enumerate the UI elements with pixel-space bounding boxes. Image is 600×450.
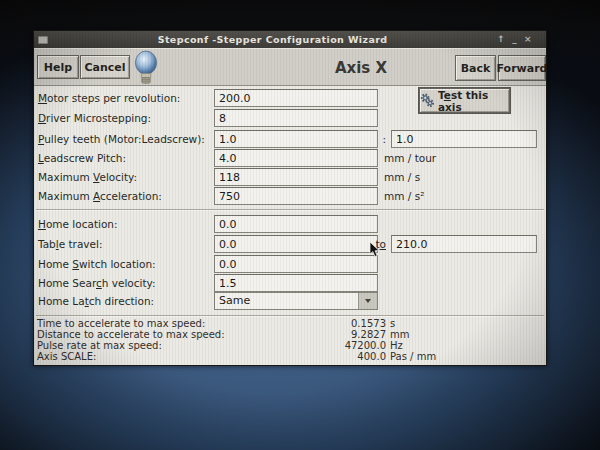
max-velocity-label: Maximum Velocity: <box>38 168 137 186</box>
summary-value: 9.2827 <box>294 329 386 340</box>
wizard-toolbar: Help Cancel Axis X <box>34 48 546 86</box>
stepconf-window: Stepconf -Stepper Configuration Wizard ↑… <box>33 30 547 366</box>
max-acceleration-unit: mm / s² <box>384 187 424 205</box>
microstepping-label: Driver Microstepping: <box>38 109 151 127</box>
window-title: Stepconf -Stepper Configuration Wizard <box>48 34 497 45</box>
section-separator <box>36 315 544 316</box>
pulley-leadscrew-input[interactable] <box>391 130 537 148</box>
row-leadscrew-pitch: Leadscrew Pitch: mm / tour <box>34 149 546 167</box>
summary-unit: s <box>390 318 395 329</box>
row-table-travel: Table travel: to <box>34 235 546 253</box>
row-home-latch: Home Latch direction: Same <box>34 292 546 310</box>
chevron-down-icon <box>365 299 371 303</box>
home-switch-label: Home Switch location: <box>38 255 156 273</box>
home-latch-label: Home Latch direction: <box>38 292 154 310</box>
lightbulb-icon <box>132 50 160 90</box>
summary-label: Axis SCALE: <box>37 351 96 362</box>
summary-label: Distance to accelerate to max speed: <box>37 329 225 340</box>
page-title: Axis X <box>301 59 421 77</box>
pulley-ratio-separator: : <box>362 130 386 148</box>
pulley-motor-input[interactable] <box>214 130 378 148</box>
home-latch-dropdown[interactable]: Same <box>214 292 378 310</box>
table-travel-label: Table travel: <box>38 235 103 253</box>
table-travel-to-label: to <box>362 235 386 253</box>
row-max-velocity: Maximum Velocity: mm / s <box>34 168 546 186</box>
back-button[interactable]: Back <box>455 55 496 81</box>
summary-value: 0.1573 <box>294 318 386 329</box>
summary-unit: Pas / mm <box>390 351 436 362</box>
home-latch-dropdown-button[interactable] <box>358 293 377 309</box>
section-separator <box>36 209 544 210</box>
window-titlebar[interactable]: Stepconf -Stepper Configuration Wizard ↑… <box>34 31 546 48</box>
max-acceleration-label: Maximum Acceleration: <box>38 187 162 205</box>
home-location-label: Home location: <box>38 215 118 233</box>
shade-icon[interactable]: ↑ <box>497 32 505 47</box>
summary-line: Axis SCALE: 400.0 Pas / mm <box>34 351 546 362</box>
pulley-teeth-label: Pulley teeth (Motor:Leadscrew): <box>38 130 205 148</box>
table-travel-to-input[interactable] <box>391 235 537 253</box>
minimize-icon[interactable]: _ <box>512 32 517 47</box>
cancel-button[interactable]: Cancel <box>80 55 130 79</box>
summary-line: Time to accelerate to max speed: 0.1573 … <box>34 318 546 329</box>
close-icon[interactable]: × <box>524 32 532 47</box>
microstepping-input[interactable] <box>214 109 378 127</box>
home-search-label: Home Search velocity: <box>38 274 156 292</box>
leadscrew-pitch-label: Leadscrew Pitch: <box>38 149 126 167</box>
home-latch-selected: Same <box>215 293 377 309</box>
row-home-switch: Home Switch location: <box>34 255 546 273</box>
summary-line: Distance to accelerate to max speed: 9.2… <box>34 329 546 340</box>
row-max-acceleration: Maximum Acceleration: mm / s² <box>34 187 546 205</box>
leadscrew-pitch-input[interactable] <box>214 149 378 167</box>
home-search-input[interactable] <box>214 274 378 292</box>
row-motor-steps: Motor steps per revolution: <box>34 89 546 107</box>
max-acceleration-input[interactable] <box>214 187 378 205</box>
summary-value: 400.0 <box>294 351 386 362</box>
home-switch-input[interactable] <box>214 255 378 273</box>
leadscrew-pitch-unit: mm / tour <box>384 149 436 167</box>
summary-unit: Hz <box>390 340 403 351</box>
summary-value: 47200.0 <box>294 340 386 351</box>
row-pulley-teeth: Pulley teeth (Motor:Leadscrew): : <box>34 130 546 148</box>
summary-label: Pulse rate at max speed: <box>37 340 162 351</box>
summary-label: Time to accelerate to max speed: <box>37 318 205 329</box>
forward-button[interactable]: Forward <box>498 55 546 81</box>
help-button[interactable]: Help <box>37 55 79 79</box>
summary-line: Pulse rate at max speed: 47200.0 Hz <box>34 340 546 351</box>
table-travel-from-input[interactable] <box>214 235 378 253</box>
window-app-icon <box>38 36 48 44</box>
screen-photo: Stepconf -Stepper Configuration Wizard ↑… <box>0 0 600 450</box>
row-home-location: Home location: <box>34 215 546 233</box>
home-location-input[interactable] <box>214 215 378 233</box>
motor-steps-input[interactable] <box>214 89 378 107</box>
row-microstepping: Driver Microstepping: <box>34 109 546 127</box>
summary-unit: mm <box>390 329 409 340</box>
motor-steps-label: Motor steps per revolution: <box>38 89 180 107</box>
max-velocity-unit: mm / s <box>384 168 420 186</box>
row-home-search: Home Search velocity: <box>34 274 546 292</box>
window-controls: ↑ _ × <box>497 32 532 47</box>
max-velocity-input[interactable] <box>214 168 378 186</box>
